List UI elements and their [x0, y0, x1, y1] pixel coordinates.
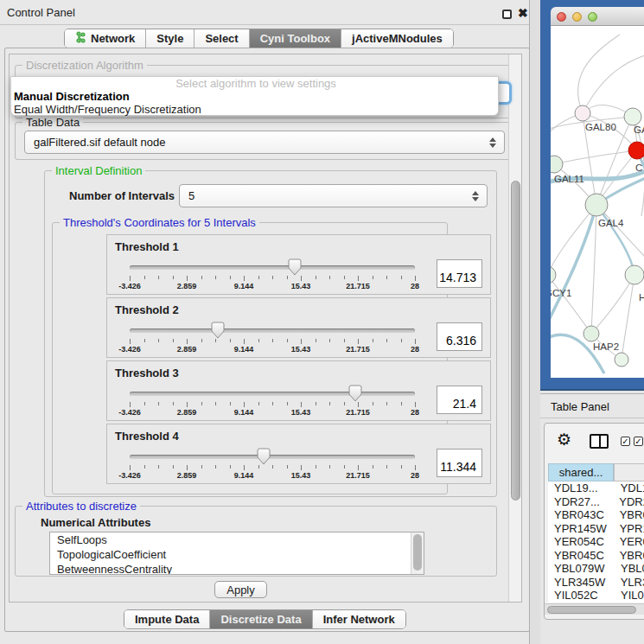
- attributes-list-scrollbar[interactable]: [411, 532, 424, 574]
- main-scrollbar-thumb[interactable]: [511, 181, 520, 501]
- tab-infer-network[interactable]: Infer Network: [313, 610, 405, 628]
- table-row[interactable]: YDL19...YDL1: [548, 481, 644, 495]
- table-data-select[interactable]: galFiltered.sif default node: [24, 131, 505, 154]
- slider-tick: [287, 339, 288, 342]
- main-scrollbar-track[interactable]: [508, 54, 522, 603]
- scrollbar-thumb[interactable]: [547, 606, 636, 614]
- threshold-value-field[interactable]: [437, 259, 482, 288]
- table-row[interactable]: YBR043CYBR0: [548, 508, 644, 522]
- float-window-icon[interactable]: [502, 10, 512, 19]
- slider-thumb[interactable]: [288, 258, 302, 276]
- slider-track[interactable]: [130, 392, 415, 396]
- threshold-value-field[interactable]: [437, 386, 482, 414]
- slider-tick: [344, 339, 345, 342]
- minimize-traffic-light-icon[interactable]: [572, 12, 582, 22]
- slider-tick: [201, 339, 202, 342]
- table-panel-header: Table Panel: [540, 393, 644, 418]
- table-row[interactable]: YER054CYER0: [548, 535, 644, 549]
- tab-cyni-toolbox[interactable]: Cyni Toolbox: [250, 29, 341, 48]
- gear-icon[interactable]: ⚙: [557, 431, 571, 448]
- checkbox-icon[interactable]: ✓: [634, 437, 643, 446]
- split-view-icon[interactable]: [590, 434, 609, 449]
- close-traffic-light-icon[interactable]: [557, 12, 566, 22]
- numerical-attributes-list[interactable]: SelfLoopsTopologicalCoefficientBetweenne…: [49, 532, 424, 575]
- slider-thumb[interactable]: [257, 448, 271, 465]
- threshold-value-field[interactable]: [437, 449, 482, 477]
- slider-tick: [329, 465, 330, 469]
- table-horizontal-scrollbar[interactable]: [545, 603, 644, 615]
- slider-tick: [344, 402, 345, 405]
- node-gcy1[interactable]: [551, 266, 556, 284]
- attribute-list-item[interactable]: BetweennessCentrality: [50, 562, 424, 575]
- node-highlighted[interactable]: [628, 142, 644, 159]
- tab-jactivemnodules[interactable]: jActiveMNodules: [341, 29, 453, 48]
- group-title-discretization-algorithm: Discretization Algorithm: [22, 59, 147, 72]
- scroll-viewport: Discretization Algorithm Table Data galF…: [9, 54, 522, 603]
- table-row[interactable]: YIL052CYIL0: [548, 589, 644, 603]
- slider-thumb[interactable]: [211, 322, 225, 339]
- slider-tick: [272, 402, 273, 405]
- slider-tick: [415, 339, 416, 344]
- slider-tick: [358, 465, 359, 470]
- table-row[interactable]: YBR045CYBR0: [548, 549, 644, 563]
- column-header-name[interactable]: name: [614, 463, 644, 481]
- node-hap2[interactable]: [583, 326, 599, 341]
- zoom-traffic-light-icon[interactable]: [588, 12, 597, 22]
- window-title: Control Panel: [7, 6, 75, 19]
- attribute-list-item[interactable]: SelfLoops: [50, 532, 424, 547]
- slider-tick: [201, 402, 202, 405]
- tab-discretize-data[interactable]: Discretize Data: [210, 610, 312, 628]
- number-of-intervals-select[interactable]: 5: [179, 184, 488, 207]
- node[interactable]: [615, 353, 628, 367]
- dropdown-option[interactable]: Equal Width/Frequency Discretization: [11, 103, 498, 116]
- tab-style[interactable]: Style: [146, 29, 194, 48]
- slider-tick-label: -3.426: [118, 345, 141, 354]
- slider-tick: [415, 402, 416, 407]
- numerical-attributes-label: Numerical Attributes: [41, 516, 150, 529]
- slider-tick: [316, 339, 316, 342]
- slider-tick-label: 9.144: [234, 345, 254, 354]
- slider-thumb[interactable]: [348, 385, 362, 402]
- network-canvas[interactable]: GAL80 GA C GAL11 GAL4 GCY1 H HAP2: [551, 26, 644, 378]
- slider-track[interactable]: [130, 455, 415, 459]
- tab-select[interactable]: Select: [194, 29, 249, 48]
- tab-network[interactable]: Network: [65, 29, 146, 48]
- close-window-icon[interactable]: ✖: [518, 6, 528, 20]
- node[interactable]: [625, 265, 644, 284]
- apply-button[interactable]: Apply: [214, 581, 267, 598]
- table-row[interactable]: YBL079WYBL0: [548, 562, 644, 576]
- slider-tick: [373, 276, 373, 279]
- slider-tick-label: 2.859: [177, 408, 197, 417]
- table-row[interactable]: YLR345WYLR3: [548, 576, 644, 590]
- node-gal80[interactable]: [575, 105, 590, 121]
- node-gal11[interactable]: [551, 156, 563, 173]
- slider-track[interactable]: [130, 328, 415, 333]
- slider-tick-label: 15.43: [291, 282, 311, 290]
- slider-tick: [230, 465, 231, 469]
- slider-tick: [187, 465, 188, 470]
- column-header-shared-name[interactable]: shared...: [548, 463, 614, 481]
- table-row[interactable]: YDR27...YDR2: [548, 495, 644, 509]
- table-row[interactable]: YPR145WYPR1: [548, 522, 644, 536]
- tab-impute-data[interactable]: Impute Data: [124, 610, 210, 628]
- slider-track[interactable]: [130, 265, 415, 270]
- algorithm-dropdown-popup: Select algorithm to view settings Manual…: [10, 76, 499, 116]
- attribute-list-item[interactable]: TopologicalCoefficient: [50, 547, 424, 562]
- svg-text:HAP2: HAP2: [593, 341, 619, 352]
- slider-tick: [329, 402, 330, 405]
- number-of-intervals-label: Number of Intervals: [69, 189, 175, 202]
- slider-tick: [158, 276, 159, 279]
- slider-tick: [144, 339, 145, 342]
- threshold-value-field[interactable]: [437, 322, 482, 351]
- checkbox-icon[interactable]: ✓: [621, 437, 630, 446]
- dropdown-option[interactable]: Manual Discretization: [11, 90, 498, 103]
- table-rows[interactable]: YDL19...YDL1YDR27...YDR2YBR043CYBR0YPR14…: [548, 481, 644, 603]
- node[interactable]: [624, 108, 641, 125]
- svg-text:GAL4: GAL4: [598, 218, 624, 228]
- bottom-tab-bar: Impute DataDiscretize DataInfer Network: [124, 609, 406, 629]
- scrollbar-thumb[interactable]: [413, 534, 422, 571]
- split-pane-divider[interactable]: [529, 0, 540, 644]
- network-window-titlebar[interactable]: [551, 7, 644, 26]
- node-gal4[interactable]: [585, 194, 608, 216]
- thresholds-group: Threshold's Coordinates for 5 Intervals …: [52, 222, 448, 494]
